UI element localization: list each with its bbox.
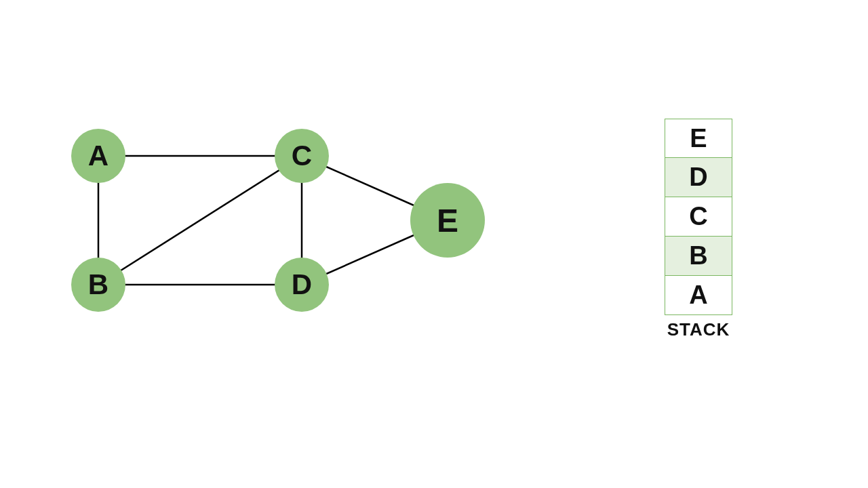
stack-diagram: EDCBA STACK	[665, 119, 732, 340]
stack-cells-container: EDCBA	[665, 119, 732, 315]
graph-node-a: A	[71, 129, 125, 183]
stack-cell-e: E	[665, 119, 732, 158]
stack-cell-d: D	[665, 158, 732, 197]
graph-node-c: C	[275, 129, 329, 183]
graph-diagram: ABCDE	[0, 0, 542, 488]
stack-cell-b: B	[665, 237, 732, 276]
graph-node-b: B	[71, 258, 125, 312]
stack-cell-a: A	[665, 276, 732, 315]
graph-node-d: D	[275, 258, 329, 312]
svg-line-2	[98, 156, 302, 285]
stack-label: STACK	[665, 319, 732, 340]
graph-node-e: E	[410, 183, 485, 258]
stack-cell-c: C	[665, 197, 732, 237]
